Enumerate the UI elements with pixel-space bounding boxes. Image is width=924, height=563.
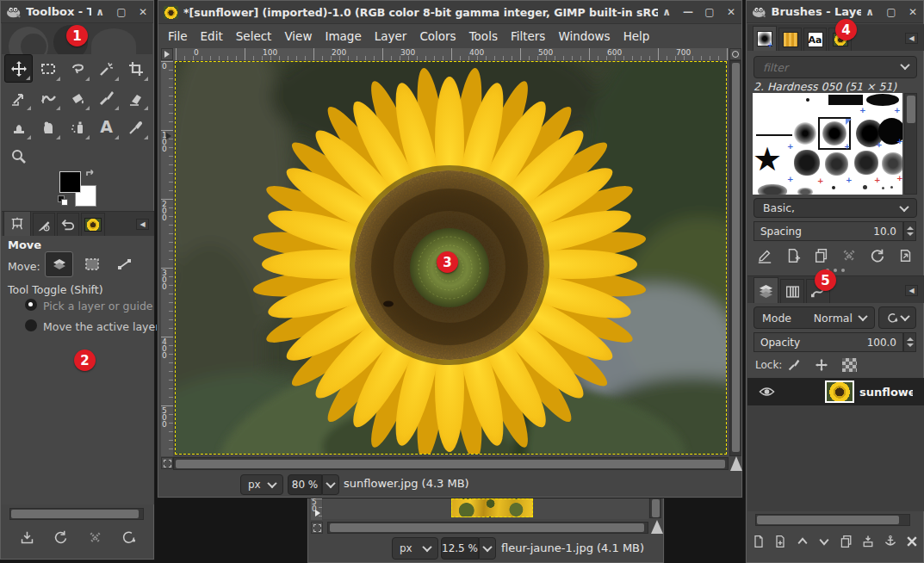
- restore-tool-preset-icon[interactable]: [53, 530, 68, 545]
- foreground-color-swatch[interactable]: [59, 171, 81, 193]
- tool-options-scrollbar[interactable]: [9, 508, 144, 520]
- move-path-button[interactable]: [110, 251, 139, 277]
- tab-fonts[interactable]: Aa: [803, 28, 827, 51]
- quickmask-button[interactable]: [161, 457, 173, 469]
- menu-filters[interactable]: Filters: [510, 26, 546, 46]
- delete-brush-icon[interactable]: [841, 248, 857, 263]
- opacity-spinner[interactable]: [903, 332, 916, 352]
- second-zoom-dropdown-button[interactable]: [479, 537, 496, 560]
- move-layer-button[interactable]: [45, 251, 73, 277]
- radio-move-active[interactable]: [25, 319, 37, 331]
- tool-move[interactable]: [4, 54, 33, 83]
- toolbox-titlebar[interactable]: Toolbox - T ∧ ▢ ✕: [1, 1, 153, 23]
- lower-layer-icon[interactable]: [817, 535, 831, 548]
- menu-layer[interactable]: Layer: [374, 26, 408, 46]
- edit-brush-icon[interactable]: [757, 248, 772, 263]
- navigation-icon[interactable]: [730, 456, 742, 471]
- brush-grid-scrollbar[interactable]: [904, 93, 917, 195]
- new-brush-icon[interactable]: [785, 248, 801, 263]
- menu-view[interactable]: View: [283, 26, 313, 46]
- duplicate-brush-icon[interactable]: [814, 248, 829, 263]
- main-minimize-icon[interactable]: —: [683, 7, 693, 17]
- brushes-tab-menu-button[interactable]: ◀: [905, 33, 918, 44]
- opacity-slider[interactable]: Opacity 100.0: [753, 332, 903, 352]
- menu-image[interactable]: Image: [324, 26, 362, 46]
- zoom-box[interactable]: 80 %: [288, 474, 322, 495]
- menu-file[interactable]: File: [167, 26, 189, 46]
- new-layer-group-icon[interactable]: [773, 535, 787, 548]
- tab-device-status[interactable]: [33, 213, 55, 236]
- reset-tool-preset-icon[interactable]: [121, 530, 136, 545]
- tool-color-picker[interactable]: [121, 113, 150, 141]
- layer-mode-dropdown[interactable]: Mode Normal: [753, 306, 875, 329]
- zoom-follow-window-button[interactable]: [729, 48, 741, 60]
- tab-menu-button[interactable]: ◀: [136, 219, 149, 230]
- default-colors-icon[interactable]: [58, 195, 68, 206]
- tool-clone[interactable]: [4, 113, 33, 141]
- layers-tab-menu-button[interactable]: ◀: [905, 285, 918, 296]
- menu-select[interactable]: Select: [235, 26, 273, 46]
- menu-colors[interactable]: Colors: [419, 26, 456, 46]
- radio-pick-layer[interactable]: [25, 299, 37, 311]
- brush-group-dropdown[interactable]: Basic,: [753, 198, 917, 218]
- horizontal-ruler[interactable]: 0 100 200 300 400 500 600 700: [173, 48, 729, 60]
- tool-smudge[interactable]: [34, 113, 62, 141]
- second-image-thumb[interactable]: [451, 498, 533, 517]
- dock-collapse-icon[interactable]: ∧: [865, 7, 875, 17]
- second-vscrollbar[interactable]: [649, 498, 661, 518]
- second-zoom-box[interactable]: 12.5 %: [441, 537, 479, 560]
- vertical-ruler[interactable]: 0 100 200 300 400 500: [161, 60, 173, 456]
- canvas-menu-button[interactable]: [161, 48, 173, 60]
- layer-list[interactable]: sunflower.jpg: [747, 378, 924, 511]
- tool-crop[interactable]: [121, 54, 150, 83]
- second-canvas-strip[interactable]: [323, 498, 648, 519]
- merge-down-icon[interactable]: [861, 535, 875, 548]
- tab-channels[interactable]: [780, 279, 804, 303]
- main-close-icon[interactable]: ✕: [726, 7, 736, 17]
- tab-patterns[interactable]: [778, 28, 802, 51]
- save-tool-preset-icon[interactable]: [20, 530, 34, 545]
- main-collapse-icon[interactable]: ∧: [661, 7, 672, 17]
- dock-close-icon[interactable]: ✕: [908, 7, 918, 17]
- zoom-dropdown-button[interactable]: [322, 474, 339, 495]
- menu-help[interactable]: Help: [623, 26, 651, 46]
- mode-switch-button[interactable]: [878, 306, 916, 329]
- tab-tool-options[interactable]: [3, 211, 31, 236]
- layer-visibility-eye-icon[interactable]: [759, 386, 775, 398]
- spacing-slider[interactable]: Spacing 10.0: [753, 221, 903, 241]
- menu-tools[interactable]: Tools: [468, 26, 499, 46]
- spacing-spinner[interactable]: [903, 221, 916, 241]
- unit-dropdown[interactable]: px: [240, 474, 283, 495]
- toolbox-close-icon[interactable]: ✕: [138, 7, 148, 17]
- delete-layer-icon[interactable]: [905, 535, 919, 548]
- lock-position-icon[interactable]: [814, 357, 829, 373]
- duplicate-layer-icon[interactable]: [840, 535, 853, 548]
- main-vscrollbar[interactable]: [729, 60, 741, 456]
- menu-windows[interactable]: Windows: [557, 26, 611, 46]
- delete-tool-preset-icon[interactable]: [88, 530, 102, 545]
- second-window-vruler[interactable]: 50: [311, 498, 322, 520]
- layer-row-sunflower[interactable]: sunflower.jpg: [747, 378, 924, 405]
- menu-edit[interactable]: Edit: [200, 26, 224, 46]
- tool-rectangle-select[interactable]: [34, 54, 62, 83]
- tool-ink-airbrush[interactable]: [63, 113, 91, 141]
- move-selection-button[interactable]: [78, 251, 106, 277]
- dock-separator-handle[interactable]: [747, 267, 923, 274]
- second-quickmask-button[interactable]: [311, 522, 323, 534]
- layers-scrollbar[interactable]: [755, 514, 910, 526]
- main-hscrollbar[interactable]: [173, 457, 729, 470]
- tool-zoom[interactable]: [4, 142, 33, 170]
- layer-thumbnail[interactable]: [825, 380, 854, 403]
- tool-transform[interactable]: [4, 84, 33, 112]
- tool-fuzzy-select[interactable]: [92, 54, 121, 83]
- second-hscrollbar[interactable]: [327, 522, 648, 534]
- lock-pixels-icon[interactable]: [786, 357, 802, 373]
- tool-text[interactable]: A: [92, 113, 121, 141]
- raise-layer-icon[interactable]: [796, 535, 809, 548]
- brush-grid[interactable]: + + + + + + ★ + + + + +: [753, 93, 902, 195]
- new-layer-icon[interactable]: [752, 535, 766, 548]
- refresh-brushes-icon[interactable]: [870, 248, 885, 263]
- layer-name[interactable]: sunflower.jpg: [859, 386, 913, 399]
- toolbox-collapse-icon[interactable]: ∧: [95, 7, 105, 17]
- main-maximize-icon[interactable]: ▢: [704, 7, 715, 17]
